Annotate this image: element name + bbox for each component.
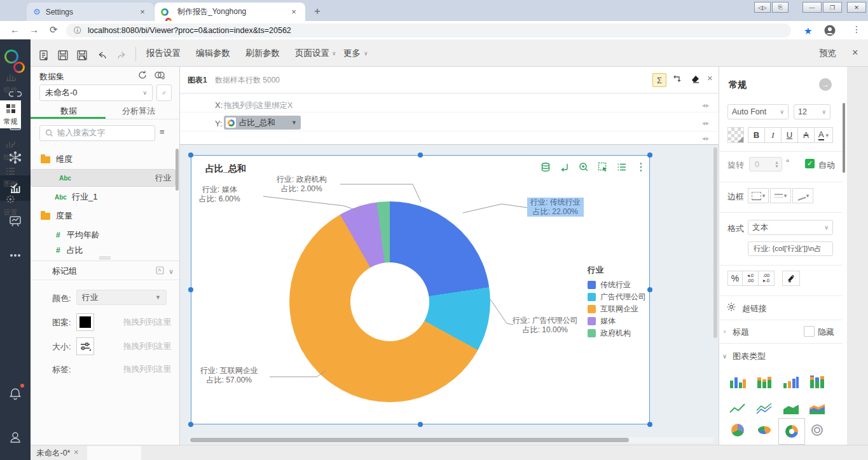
right-tab-legend[interactable]: 图例 [0, 167, 21, 189]
chart-type-bar-line-icon[interactable] [780, 372, 802, 389]
border-color-button[interactable]: ▾ [792, 188, 813, 203]
browser-tab-settings[interactable]: ⚙ Settings × [27, 3, 154, 21]
report-canvas[interactable]: 占比_总和 [180, 145, 719, 445]
search-input[interactable]: 输入搜索文字 [39, 125, 155, 141]
close-editor-icon[interactable]: × [852, 47, 858, 58]
site-info-icon[interactable]: ⓘ [74, 25, 81, 36]
save-as-icon[interactable] [76, 50, 88, 61]
vm-fullscreen-button[interactable]: ⎘ [772, 2, 789, 13]
font-color-button[interactable]: A ▾ [814, 127, 833, 143]
chart-type-multi-line-icon[interactable] [754, 399, 775, 416]
window-minimize-button[interactable]: — [803, 2, 822, 13]
user-profile-icon[interactable] [0, 424, 31, 450]
hide-title-checkbox[interactable] [804, 326, 815, 337]
selection-handle[interactable] [647, 152, 652, 158]
tree-item-avg-age[interactable]: # 平均年龄 [31, 226, 176, 244]
sheet-tab[interactable]: 未命名-0* [36, 448, 70, 459]
y-scroll-arrows-icon[interactable]: ◂▸ [702, 119, 710, 126]
tree-folder-measures[interactable]: 度量 [31, 207, 176, 225]
legend-item[interactable]: 政府机构 [588, 327, 646, 339]
forward-button[interactable]: → [29, 24, 39, 35]
border-style-button[interactable]: ▾ [748, 188, 769, 203]
italic-button[interactable]: I [764, 127, 782, 143]
tree-item-industry[interactable]: Abc 行业 [31, 169, 176, 187]
font-family-select[interactable]: Auto Font∨ [727, 104, 789, 119]
percent-format-button[interactable]: % [727, 271, 743, 286]
tree-item-ratio[interactable]: # 占比 [31, 245, 176, 255]
chart-type-percent-stacked-icon[interactable] [806, 372, 828, 389]
format-type-select[interactable]: 文本∨ [748, 220, 833, 235]
label-media[interactable]: 行业: 媒体占比: 6.00% [199, 185, 240, 204]
label-ad-agency[interactable]: 行业: 广告代理公司占比: 10.00% [513, 316, 578, 335]
chart-widget[interactable]: 占比_总和 [191, 155, 650, 424]
collapse-chevron-icon[interactable]: ∨ [722, 353, 727, 360]
selection-handle[interactable] [188, 287, 193, 292]
browser-tab-yonghong[interactable]: 制作报告_Yonghong × [155, 3, 305, 21]
legend-item[interactable]: 互联网企业 [588, 303, 646, 315]
auto-rotate-checkbox[interactable]: ✓ [805, 159, 815, 168]
selection-handle[interactable] [418, 152, 423, 158]
tree-scrollbar[interactable] [176, 149, 179, 191]
field-menu-icon[interactable]: ≡ [160, 127, 165, 137]
eraser-icon[interactable] [691, 74, 700, 86]
pattern-swatch[interactable] [76, 313, 94, 331]
format-painter-button[interactable] [782, 271, 800, 286]
tab-analytics[interactable]: 分析算法 [122, 105, 155, 117]
right-tab-settings[interactable]: 设置 [0, 194, 21, 217]
aggregate-sigma-button[interactable]: Σ [652, 73, 666, 87]
new-tab-button[interactable]: + [314, 5, 320, 18]
selection-handle[interactable] [647, 287, 652, 292]
report-settings-button[interactable]: 报告设置 [146, 48, 181, 59]
browser-menu-icon[interactable]: ⋮ [852, 24, 861, 34]
size-control[interactable] [76, 337, 94, 355]
border-line-button[interactable]: ▾ [770, 188, 791, 203]
x-axis-dropzone[interactable]: 拖拽列到这里绑定X [224, 100, 293, 111]
save-icon[interactable] [57, 50, 69, 61]
collapse-chevron-icon[interactable]: ∨ [169, 267, 174, 276]
sheet-tab-slot[interactable] [87, 446, 141, 460]
legend-item[interactable]: 传统行业 [588, 279, 646, 291]
chart-type-section-label[interactable]: 图表类型 [733, 351, 766, 362]
title-section-label[interactable]: 标题 [733, 327, 749, 338]
format-pattern-input[interactable]: 行业: {col['行业']}\n占 [748, 241, 833, 256]
legend-item[interactable]: 广告代理公司 [588, 291, 646, 303]
right-tab-component[interactable]: 组件 [0, 73, 21, 95]
selection-handle[interactable] [188, 152, 193, 158]
mark-tag-icon[interactable] [155, 266, 165, 277]
chart-type-line-icon[interactable] [727, 399, 748, 416]
edit-dataset-button[interactable] [156, 85, 172, 101]
selection-handle[interactable] [647, 422, 652, 427]
vertical-scrollbar-thumb[interactable] [713, 147, 717, 338]
bookmark-star-icon[interactable]: ★ [804, 25, 812, 37]
chart-type-stacked-bar-icon[interactable] [754, 372, 775, 389]
vm-devices-button[interactable]: ◁▷ [754, 2, 771, 13]
window-close-button[interactable]: ✕ [847, 2, 866, 13]
notifications-bell-icon[interactable] [0, 381, 31, 407]
tree-folder-dimensions[interactable]: 维度 [31, 151, 176, 168]
tab-close-icon[interactable]: × [289, 7, 299, 17]
dataset-select[interactable]: 未命名-0 ∨ [39, 85, 153, 101]
label-traditional[interactable]: 行业: 传统行业占比: 22.00% [527, 198, 584, 217]
y-field-pill[interactable]: 占比_总和 ▼ [224, 116, 301, 130]
back-button[interactable]: ← [10, 24, 20, 35]
chart-type-stacked-area-icon[interactable] [806, 399, 828, 416]
refresh-dataset-icon[interactable] [137, 70, 148, 82]
panel-scrollbar-thumb[interactable] [843, 103, 845, 173]
page-settings-button[interactable]: 页面设置 [295, 48, 329, 59]
x-scroll-arrows-icon[interactable]: ◂▸ [702, 102, 710, 109]
decrease-decimal-button[interactable]: ◂.0.00 [742, 271, 759, 286]
tree-item-industry-1[interactable]: Abc 行业_1 [31, 188, 176, 206]
hyperlink-row[interactable]: 超链接 [742, 303, 767, 315]
legend-item[interactable]: 媒体 [588, 315, 646, 327]
color-binding-select[interactable]: 行业 ▼ [76, 290, 167, 305]
row3-scroll-arrows-icon[interactable]: ◂▸ [702, 135, 710, 142]
bold-button[interactable]: B [748, 127, 765, 143]
chart-type-pie-icon[interactable] [727, 422, 748, 438]
collapse-chevron-icon[interactable]: › [724, 328, 726, 335]
swap-axes-icon[interactable] [672, 74, 682, 86]
horizontal-scrollbar-thumb[interactable] [190, 438, 629, 442]
rotate-input[interactable]: 0 ▲▼ [749, 157, 782, 172]
right-tab-plot[interactable]: 绘图 [0, 140, 21, 162]
chart-type-pie3d-icon[interactable] [754, 422, 775, 438]
chart-type-donut-icon-selected[interactable] [778, 418, 805, 445]
